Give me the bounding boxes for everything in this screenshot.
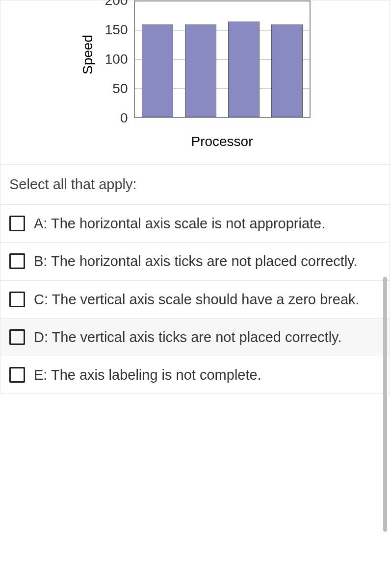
bar-1 [142, 24, 173, 117]
checkbox-icon[interactable] [9, 216, 25, 231]
plot-area [134, 0, 311, 118]
ytick-100: 100 [105, 51, 128, 67]
bar-2 [185, 24, 216, 117]
x-axis-label: Processor [191, 134, 253, 149]
ytick-50: 50 [112, 81, 128, 97]
chart-section: Speed 200 150 100 50 0 Processor [0, 0, 390, 164]
bar-3 [228, 22, 260, 117]
ytick-200: 200 [105, 0, 128, 8]
option-e[interactable]: E: The axis labeling is not complete. [0, 356, 390, 394]
option-label: C: The vertical axis scale should have a… [34, 291, 379, 308]
checkbox-icon[interactable] [9, 329, 25, 345]
checkbox-icon[interactable] [9, 253, 25, 269]
y-axis-ticks: 200 150 100 50 0 [99, 0, 128, 118]
chart-wrap: Speed 200 150 100 50 0 [80, 0, 311, 118]
option-label: E: The axis labeling is not complete. [34, 366, 281, 384]
option-a[interactable]: A: The horizontal axis scale is not appr… [0, 205, 390, 243]
question-prompt: Select all that apply: [0, 164, 390, 205]
option-d[interactable]: D: The vertical axis ticks are not place… [0, 318, 390, 356]
option-b[interactable]: B: The horizontal axis ticks are not pla… [0, 243, 390, 280]
option-label: A: The horizontal axis scale is not appr… [34, 215, 345, 232]
option-label: D: The vertical axis ticks are not place… [34, 328, 362, 346]
checkbox-icon[interactable] [9, 367, 25, 383]
scrollbar-thumb[interactable] [383, 277, 387, 394]
checkbox-icon[interactable] [9, 292, 25, 307]
option-label: B: The horizontal axis ticks are not pla… [34, 252, 377, 270]
option-c[interactable]: C: The vertical axis scale should have a… [0, 281, 390, 318]
y-axis-label: Speed [80, 35, 96, 74]
ytick-0: 0 [120, 110, 128, 126]
bar-4 [271, 24, 303, 117]
ytick-150: 150 [105, 22, 128, 38]
bars-container [135, 1, 310, 117]
